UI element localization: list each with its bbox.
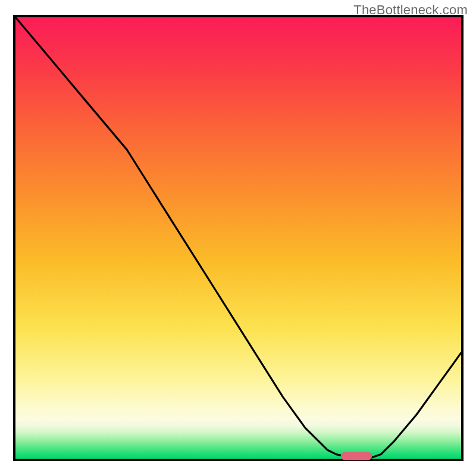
optimum-marker	[341, 452, 372, 461]
gradient-background	[15, 17, 461, 459]
chart-container: TheBottleneck.com	[0, 0, 476, 476]
attribution-text: TheBottleneck.com	[353, 2, 468, 18]
plot-area	[14, 16, 462, 461]
bottleneck-chart	[0, 0, 476, 476]
